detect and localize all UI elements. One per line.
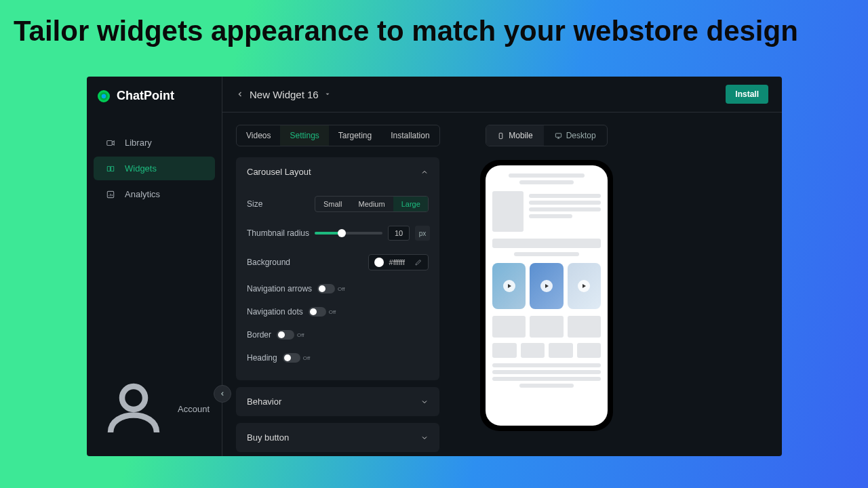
svg-rect-1 [107, 166, 110, 171]
skeleton-line [529, 214, 572, 218]
skeleton-line [514, 252, 579, 256]
preview-column: Mobile Desktop [480, 125, 613, 459]
row-label: Size [247, 199, 315, 209]
skeleton-line [519, 384, 574, 388]
sidebar-item-widgets[interactable]: Widgets [94, 157, 215, 180]
panel-buy-button: Buy button [236, 423, 439, 452]
carousel-item [530, 263, 563, 309]
play-icon [503, 280, 515, 292]
carousel-item [568, 263, 601, 309]
pencil-icon[interactable] [414, 258, 422, 266]
account-label: Account [178, 404, 210, 414]
account-link[interactable]: Account [87, 363, 222, 456]
caret-down-icon [324, 91, 331, 98]
tab-installation[interactable]: Installation [381, 125, 439, 146]
radius-slider[interactable] [315, 232, 382, 235]
panel-header[interactable]: Buy button [236, 423, 439, 452]
skeleton-line [529, 194, 601, 198]
camera-icon [106, 138, 115, 148]
panel-behavior: Behavior [236, 387, 439, 416]
desktop-icon [555, 132, 562, 140]
skeleton-line [492, 370, 601, 374]
nav-dots-toggle[interactable] [309, 307, 326, 317]
skeleton-line [519, 180, 574, 184]
logo: ChatPoint [87, 77, 222, 115]
row-label: Navigation arrows [247, 284, 312, 293]
brand-name: ChatPoint [117, 89, 174, 103]
slider-thumb[interactable] [338, 229, 346, 237]
chevron-left-icon [219, 390, 226, 397]
page-title: New Widget 16 [250, 89, 319, 100]
play-icon [540, 280, 553, 292]
row-label: Navigation dots [247, 307, 303, 317]
panel-title: Behavior [247, 396, 281, 407]
row-nav-arrows: Navigation arrows Off [247, 277, 429, 300]
panel-header[interactable]: Behavior [236, 387, 439, 416]
preview-tabs: Mobile Desktop [486, 125, 607, 146]
tab-videos[interactable]: Videos [237, 125, 280, 146]
panel-body: Size Small Medium Large Thumbnail radius [236, 186, 439, 380]
skeleton-line [509, 174, 585, 178]
carousel-preview [492, 263, 601, 309]
row-label: Heading [247, 353, 277, 363]
user-icon [99, 375, 168, 444]
svg-rect-5 [500, 133, 503, 138]
panel-title: Carousel Layout [247, 167, 311, 177]
tab-settings[interactable]: Settings [280, 125, 328, 146]
row-background: Background #ffffff [247, 247, 429, 277]
row-label: Background [247, 258, 315, 267]
mobile-icon [497, 132, 505, 140]
row-size: Size Small Medium Large [247, 189, 429, 219]
row-label: Thumbnail radius [247, 228, 315, 238]
size-medium[interactable]: Medium [351, 197, 393, 211]
svg-point-4 [122, 386, 145, 409]
sidebar-item-library[interactable]: Library [94, 131, 215, 155]
preview-tab-mobile[interactable]: Mobile [486, 125, 543, 146]
panel-header[interactable]: Carousel Layout [236, 157, 439, 186]
border-toggle[interactable] [277, 330, 294, 340]
skeleton-line [529, 207, 601, 211]
heading-toggle[interactable] [283, 353, 300, 363]
toggle-state: Off [338, 286, 345, 292]
skeleton-block [530, 316, 563, 338]
panel-carousel-layout: Carousel Layout Size Small Medium Large [236, 157, 439, 380]
sidebar-item-analytics[interactable]: Analytics [94, 182, 215, 206]
unit-label: px [415, 226, 430, 241]
row-radius: Thumbnail radius px [247, 219, 429, 247]
collapse-sidebar-button[interactable] [214, 385, 231, 403]
toggle-state: Off [297, 332, 304, 338]
svg-rect-6 [555, 133, 561, 137]
hero-heading: Tailor widgets appearance to match your … [0, 0, 868, 61]
background-color-picker[interactable]: #ffffff [368, 254, 429, 270]
play-icon [578, 280, 590, 292]
chevron-down-icon [420, 434, 429, 442]
nav: Library Widgets Analytics [87, 129, 222, 208]
skeleton-line [492, 363, 601, 367]
skeleton-line [492, 239, 601, 248]
tab-label: Mobile [509, 131, 532, 140]
preview-tab-desktop[interactable]: Desktop [544, 125, 607, 146]
skeleton-block [492, 343, 517, 358]
radius-input[interactable] [388, 226, 410, 241]
install-button[interactable]: Install [726, 85, 768, 104]
nav-arrows-toggle[interactable] [317, 284, 335, 293]
tab-targeting[interactable]: Targeting [329, 125, 381, 146]
sidebar: ChatPoint Library Widgets Analytics Acco… [87, 77, 222, 456]
topbar: New Widget 16 Install [222, 77, 782, 113]
sidebar-item-label: Analytics [125, 189, 160, 199]
tab-label: Desktop [566, 131, 596, 140]
content: Videos Settings Targeting Installation C… [222, 113, 782, 471]
breadcrumb[interactable]: New Widget 16 [236, 89, 331, 100]
skeleton-image [492, 191, 524, 232]
row-heading: Heading Off [247, 346, 429, 369]
analytics-icon [106, 190, 115, 199]
chevron-left-icon [236, 90, 244, 98]
color-swatch [374, 258, 384, 267]
size-large[interactable]: Large [393, 197, 429, 211]
carousel-item [492, 263, 526, 309]
editor-tabs: Videos Settings Targeting Installation [236, 125, 440, 146]
size-segmented: Small Medium Large [315, 196, 429, 212]
row-nav-dots: Navigation dots Off [247, 300, 429, 323]
size-small[interactable]: Small [315, 197, 351, 211]
main: New Widget 16 Install Videos Settings Ta… [222, 77, 782, 456]
